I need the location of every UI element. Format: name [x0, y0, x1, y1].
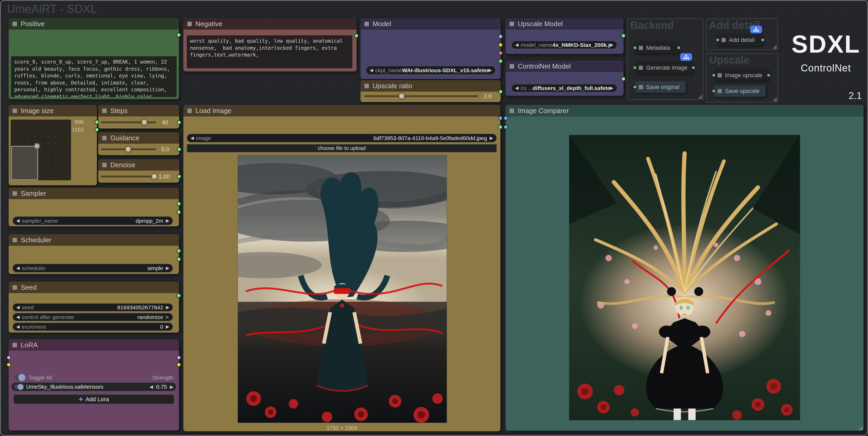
node-lora-header[interactable]: LoRA [9, 339, 179, 351]
upscale-model-combo[interactable]: model_name 4x_NMKD-Siax_200k.pth [512, 41, 617, 49]
collapse-box-icon[interactable] [718, 73, 722, 77]
collapse-box-icon[interactable] [509, 109, 514, 113]
lora-entry-row[interactable]: UmeSky_Illustrious.safetensors 0.75 [11, 382, 176, 391]
node-negative[interactable]: Negative worst quality, bad quality, low… [183, 18, 356, 71]
node-lora[interactable]: LoRA Toggle All Strength UmeSky_Illustri… [9, 339, 179, 431]
upscale-ratio-slider-knob[interactable] [399, 93, 405, 99]
node-model[interactable]: Model ckpt_name WAI-illustrious-SDXL_v15… [361, 18, 501, 79]
graph-canvas[interactable]: UmeAiRT - SDXL Positive score_9, score_8… [0, 0, 868, 436]
negative-prompt-textarea[interactable]: worst quality, bad quality, low quality,… [187, 35, 352, 68]
input-port[interactable] [633, 46, 637, 50]
left-arrow-icon[interactable] [190, 135, 194, 141]
output-port-model[interactable] [498, 34, 503, 39]
right-arrow-icon[interactable] [166, 305, 169, 310]
control-after-generate-widget[interactable]: control after generate randomize [12, 313, 173, 321]
output-port-steps[interactable] [177, 120, 181, 125]
collapse-box-icon[interactable] [12, 22, 17, 26]
collapse-box-icon[interactable] [12, 238, 17, 242]
collapse-box-icon[interactable] [639, 85, 643, 89]
denoise-slider-track[interactable] [101, 176, 156, 177]
output-port-denoise[interactable] [177, 174, 181, 179]
output-port-name[interactable] [498, 59, 503, 63]
collapse-box-icon[interactable] [365, 84, 369, 88]
output-port-seed[interactable] [177, 293, 181, 298]
increment-widget[interactable]: increment 0 [12, 323, 173, 331]
node-model-header[interactable]: Model [361, 18, 501, 30]
output-port[interactable] [761, 38, 765, 42]
lora-toggle-switch[interactable] [14, 384, 23, 390]
size-drag-handle[interactable] [34, 143, 40, 149]
node-steps-header[interactable]: Steps [98, 105, 179, 116]
output-port-scheduler[interactable] [177, 248, 181, 253]
input-port[interactable] [633, 85, 637, 89]
node-positive[interactable]: Positive score_9, score_8_up, score_7_up… [9, 18, 179, 99]
node-controlnet-model-header[interactable]: ControlNet Model [506, 61, 624, 72]
collapse-box-icon[interactable] [187, 22, 192, 26]
left-arrow-icon[interactable] [16, 305, 20, 310]
node-controlnet-model[interactable]: ControlNet Model co ... diffusers_xl_dep… [506, 61, 624, 96]
collapse-box-icon[interactable] [12, 285, 17, 290]
collapse-box-icon[interactable] [639, 66, 643, 70]
group-title[interactable]: Backend [627, 19, 703, 32]
input-port-image-a[interactable] [503, 116, 508, 121]
right-arrow-icon[interactable] [166, 265, 169, 271]
queue-badge[interactable] [680, 53, 692, 61]
input-port-image-b[interactable] [503, 125, 508, 129]
input-port[interactable] [712, 73, 716, 77]
node-guidance[interactable]: Guidance 5.0 [98, 132, 179, 155]
output-port-sampler[interactable] [177, 202, 181, 206]
node-generate-image-collapsed[interactable]: Generate image [635, 62, 693, 73]
sampler-name-combo[interactable]: sampler_name dpmpp_2m [12, 216, 173, 225]
node-upscale-model-header[interactable]: Upscale Model [506, 18, 624, 30]
node-metadata-collapsed[interactable]: Metadata [635, 42, 679, 54]
seed-number-widget[interactable]: seed 816934052677842 [12, 303, 173, 311]
collapse-box-icon[interactable] [12, 191, 17, 196]
node-sampler-header[interactable]: Sampler [9, 188, 179, 199]
collapse-box-icon[interactable] [365, 22, 369, 26]
output-port-width[interactable] [95, 120, 99, 124]
node-image-size-header[interactable]: Image size [9, 105, 97, 116]
collapse-box-icon[interactable] [102, 109, 106, 113]
output-port-ratio[interactable] [498, 90, 503, 94]
right-arrow-icon[interactable] [610, 42, 613, 47]
input-port[interactable] [712, 89, 716, 93]
left-arrow-icon[interactable] [16, 314, 20, 320]
collapse-box-icon[interactable] [12, 109, 17, 113]
image-file-combo[interactable]: image 6df73953-807a-4110-b4a9-5e0faded60… [187, 134, 497, 142]
collapse-box-icon[interactable] [187, 109, 192, 113]
group-title[interactable]: Add detail [706, 19, 777, 32]
left-arrow-icon[interactable] [16, 324, 20, 330]
node-image-size[interactable]: Image size 896 1152 [9, 105, 97, 185]
comparison-image[interactable] [569, 135, 800, 420]
collapse-box-icon[interactable] [509, 22, 514, 26]
group-title[interactable]: Upscale [707, 54, 778, 66]
size-selection-rect[interactable] [11, 146, 38, 180]
node-negative-header[interactable]: Negative [183, 18, 356, 30]
output-port-upscale-model[interactable] [621, 33, 626, 38]
collapse-box-icon[interactable] [509, 64, 514, 69]
node-seed-header[interactable]: Seed [9, 281, 179, 293]
resize-handle[interactable] [773, 97, 777, 101]
node-load-image-header[interactable]: Load Image [183, 105, 500, 116]
output-port-clip[interactable] [498, 43, 503, 47]
steps-slider-knob[interactable] [142, 119, 147, 125]
output-port-clip[interactable] [177, 363, 181, 367]
left-arrow-icon[interactable] [370, 68, 373, 73]
output-port-mask[interactable] [498, 125, 502, 129]
output-port-image[interactable] [498, 116, 502, 121]
output-port[interactable] [677, 46, 681, 50]
collapse-box-icon[interactable] [102, 163, 106, 167]
node-image-comparer[interactable]: Image Comparer [506, 105, 864, 431]
node-denoise[interactable]: Denoise 1.00 [98, 159, 179, 183]
collapse-box-icon[interactable] [12, 343, 17, 347]
node-save-upscale-collapsed[interactable]: Save upscale [714, 85, 766, 97]
collapse-box-icon[interactable] [721, 38, 726, 42]
node-upscale-model[interactable]: Upscale Model model_name 4x_NMKD-Siax_20… [506, 18, 624, 54]
node-image-comparer-header[interactable]: Image Comparer [506, 105, 864, 116]
resize-handle[interactable] [772, 45, 777, 49]
input-port[interactable] [633, 66, 637, 70]
add-lora-button[interactable]: Add Lora [13, 394, 174, 404]
output-port[interactable] [767, 73, 771, 77]
right-arrow-icon[interactable] [610, 85, 613, 91]
node-denoise-header[interactable]: Denoise [98, 159, 179, 171]
